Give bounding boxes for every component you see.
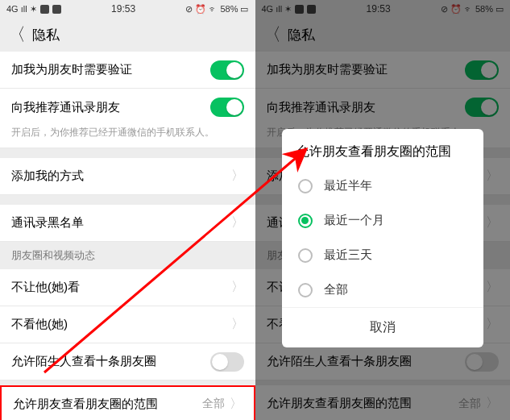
option-label: 最近半年 xyxy=(324,178,372,193)
option-one-month[interactable]: 最近一个月 xyxy=(282,203,483,238)
wifi-icon: ✶ xyxy=(30,4,37,15)
cancel-button[interactable]: 取消 xyxy=(282,307,483,347)
row-view-range[interactable]: 允许朋友查看朋友圈的范围 全部 〉 xyxy=(0,385,255,420)
chevron-right-icon: 〉 xyxy=(230,396,243,413)
toggle-add-verify[interactable] xyxy=(210,60,244,80)
radio-icon xyxy=(298,248,313,263)
row-value: 全部 xyxy=(202,397,225,411)
chevron-right-icon: 〉 xyxy=(231,214,244,231)
row-label: 不看他(她) xyxy=(11,317,231,332)
row-label: 允许朋友查看朋友圈的范围 xyxy=(13,397,202,412)
row-label: 向我推荐通讯录朋友 xyxy=(11,100,210,115)
status-badge xyxy=(52,5,61,14)
wifi-icon: ᯤ xyxy=(209,4,218,14)
section-header-moments: 朋友圈和视频动态 xyxy=(0,242,255,269)
option-label: 最近三天 xyxy=(324,247,372,263)
range-dialog: 允许朋友查看朋友圈的范围 最近半年 最近一个月 最近三天 全部 取消 xyxy=(282,129,483,347)
chevron-right-icon: 〉 xyxy=(231,316,244,333)
row-label: 添加我的方式 xyxy=(11,168,231,184)
modal-overlay[interactable]: 允许朋友查看朋友圈的范围 最近半年 最近一个月 最近三天 全部 取消 xyxy=(255,0,511,420)
row-label: 允许陌生人查看十条朋友圈 xyxy=(11,354,210,369)
battery-pct: 58% xyxy=(220,4,238,14)
row-blacklist[interactable]: 通讯录黑名单 〉 xyxy=(0,205,255,242)
section-gap xyxy=(0,148,255,158)
chevron-right-icon: 〉 xyxy=(231,279,244,296)
row-block-them[interactable]: 不让他(她)看 〉 xyxy=(0,269,255,306)
alarm-icon: ⏰ xyxy=(195,4,206,15)
row-label: 加我为朋友时需要验证 xyxy=(11,62,210,77)
toggle-stranger-ten[interactable] xyxy=(210,352,244,372)
radio-icon xyxy=(298,214,313,228)
option-label: 最近一个月 xyxy=(324,213,384,228)
row-add-methods[interactable]: 添加我的方式 〉 xyxy=(0,158,255,195)
screen-before: 4G ıll ✶ 19:53 ⊘ ⏰ ᯤ 58% ▭ 〈 隐私 加我为朋友时需要… xyxy=(0,0,255,420)
status-badge xyxy=(40,5,49,14)
row-add-verify[interactable]: 加我为朋友时需要验证 xyxy=(0,52,255,89)
option-half-year[interactable]: 最近半年 xyxy=(282,168,483,203)
row-recommend[interactable]: 向我推荐通讯录朋友 xyxy=(0,89,255,126)
chevron-right-icon: 〉 xyxy=(231,168,244,185)
row-label: 不让他(她)看 xyxy=(11,280,231,295)
section-gap xyxy=(0,195,255,205)
option-all[interactable]: 全部 xyxy=(282,272,483,307)
screen-after: 4G ıll ✶ 19:53 ⊘ ⏰ ᯤ 58% ▭ 〈 隐私 加我为朋友时需要… xyxy=(255,0,511,420)
signal-icon: ıll xyxy=(21,4,27,14)
page-header: 〈 隐私 xyxy=(0,18,255,52)
dialog-title: 允许朋友查看朋友圈的范围 xyxy=(282,129,483,168)
radio-icon xyxy=(298,283,313,297)
row-stranger-ten[interactable]: 允许陌生人查看十条朋友圈 xyxy=(0,343,255,380)
dnd-icon: ⊘ xyxy=(185,4,193,15)
toggle-recommend[interactable] xyxy=(210,98,244,117)
option-three-days[interactable]: 最近三天 xyxy=(282,238,483,272)
network-type: 4G xyxy=(6,4,19,14)
row-recommend-desc: 开启后，为你推荐已经开通微信的手机联系人。 xyxy=(0,126,255,148)
option-label: 全部 xyxy=(324,282,348,297)
battery-icon: ▭ xyxy=(240,4,248,15)
row-label: 通讯录黑名单 xyxy=(11,215,231,231)
status-time: 19:53 xyxy=(111,3,135,15)
status-bar: 4G ıll ✶ 19:53 ⊘ ⏰ ᯤ 58% ▭ xyxy=(0,0,255,18)
page-title: 隐私 xyxy=(32,26,60,44)
radio-icon xyxy=(298,179,313,193)
row-block-see[interactable]: 不看他(她) 〉 xyxy=(0,306,255,343)
back-icon[interactable]: 〈 xyxy=(8,26,26,44)
